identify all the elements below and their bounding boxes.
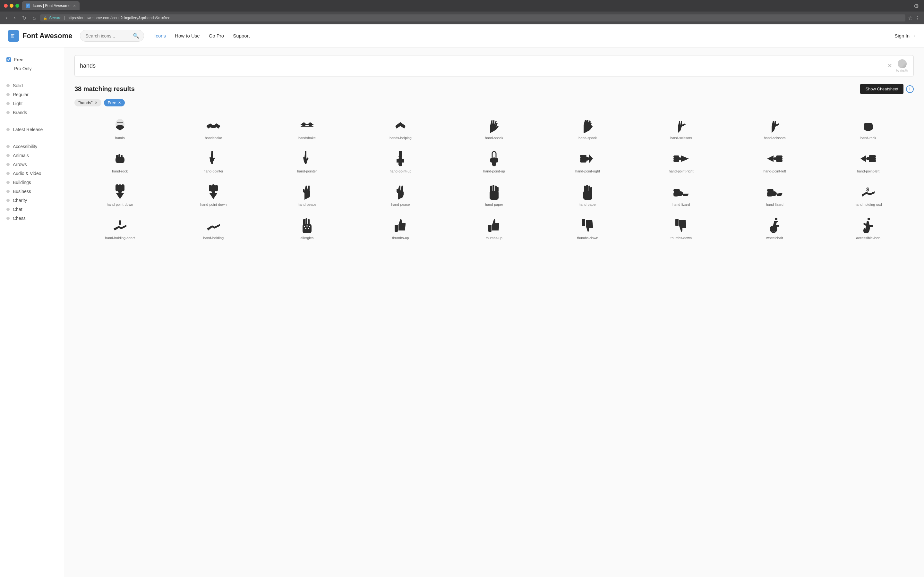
icon-hand-lizard-1[interactable]: hand-lizard — [636, 179, 727, 210]
icon-thumbs-down-2[interactable]: thumbs-down — [636, 213, 727, 243]
icon-hand-spock-1[interactable]: hand-spock — [449, 113, 540, 143]
sidebar-item-free[interactable]: Free — [0, 55, 64, 64]
icon-hand-point-down-1[interactable]: hand-point-down — [74, 179, 166, 210]
address-bar[interactable]: 🔒 Secure | https://fontawesome.com/icons… — [40, 15, 905, 21]
free-checkbox[interactable] — [6, 57, 11, 62]
nav-icons[interactable]: Icons — [154, 33, 166, 39]
icon-hand-rock-2[interactable]: hand-rock — [74, 146, 166, 177]
icon-thumbs-down-1-label: thumbs-down — [577, 236, 598, 240]
svg-rect-48 — [767, 194, 772, 197]
sidebar-item-accessibility[interactable]: Accessibility — [0, 142, 64, 151]
tag-hands-remove[interactable]: ✕ — [95, 101, 97, 105]
sidebar-item-pro-only[interactable]: Pro Only — [0, 64, 64, 73]
minimize-dot[interactable] — [10, 4, 13, 8]
tag-free-label: Free — [108, 100, 116, 105]
icon-thumbs-up-2[interactable]: thumbs-up — [449, 213, 540, 243]
tab-close-button[interactable]: ✕ — [73, 4, 76, 8]
icon-accessible-icon-label: accessible-icon — [856, 236, 880, 240]
sidebar-item-brands[interactable]: Brands — [0, 108, 64, 117]
icon-allergies[interactable]: allergies — [262, 213, 352, 243]
sidebar-item-animals[interactable]: Animals — [0, 151, 64, 160]
icon-hand-pointer-1[interactable]: hand-pointer — [168, 146, 259, 177]
icon-hand-paper-2-label: hand-paper — [578, 203, 596, 206]
main-content: Free Pro Only Solid Regular — [0, 47, 924, 577]
bookmark-button[interactable]: ☆ — [908, 15, 913, 21]
icon-hand-point-right-1[interactable]: hand-point-right — [542, 146, 633, 177]
icon-hand-holding[interactable]: hand-holding — [168, 213, 259, 243]
svg-rect-35 — [493, 185, 494, 192]
nav-how-to-use[interactable]: How to Use — [175, 33, 200, 39]
icon-hand-spock-2[interactable]: hand-spock — [542, 113, 633, 143]
sign-in-icon: → — [911, 33, 916, 39]
light-label: Light — [13, 101, 23, 106]
header-search-button[interactable]: 🔍 — [133, 33, 139, 39]
icon-hand-paper-1-label: hand-paper — [485, 203, 503, 206]
icon-wheelchair[interactable]: wheelchair — [729, 213, 821, 243]
sidebar-item-regular[interactable]: Regular — [0, 90, 64, 99]
close-dot[interactable] — [4, 4, 8, 8]
back-button[interactable]: ‹ — [4, 15, 9, 21]
refresh-button[interactable]: ↻ — [20, 15, 28, 22]
icon-thumbs-up-1[interactable]: thumbs-up — [355, 213, 446, 243]
content-search-clear[interactable]: ✕ — [887, 62, 892, 69]
icon-hand-point-down-2[interactable]: hand-point-down — [168, 179, 259, 210]
icon-accessible-icon[interactable]: accessible-icon — [822, 213, 914, 243]
home-button[interactable]: ⌂ — [31, 15, 38, 21]
sidebar-item-arrows[interactable]: Arrows — [0, 160, 64, 169]
icon-hand-point-down-2-label: hand-point-down — [200, 203, 226, 206]
logo[interactable]: Font Awesome — [8, 30, 72, 42]
icon-hands[interactable]: hands — [74, 113, 166, 143]
show-cheatsheet-button[interactable]: Show Cheatsheet — [860, 84, 903, 94]
filter-tag-hands[interactable]: "hands" ✕ — [74, 99, 102, 106]
icon-hand-peace-2[interactable]: hand-peace — [355, 179, 446, 210]
header-search[interactable]: 🔍 — [80, 30, 144, 42]
sidebar-item-charity[interactable]: Charity — [0, 196, 64, 205]
sidebar-item-chess[interactable]: Chess — [0, 214, 64, 223]
app-header: Font Awesome 🔍 Icons How to Use Go Pro S… — [0, 24, 924, 47]
icon-hand-point-right-2[interactable]: hand-point-right — [636, 146, 727, 177]
header-search-input[interactable] — [86, 33, 130, 39]
filter-tag-free[interactable]: Free ✕ — [104, 99, 125, 106]
tag-free-remove[interactable]: ✕ — [118, 101, 121, 105]
content-search-bar[interactable]: ✕ by algolia — [74, 55, 914, 76]
sidebar-item-audio-video[interactable]: Audio & Video — [0, 169, 64, 178]
icon-thumbs-down-1[interactable]: thumbs-down — [542, 213, 633, 243]
business-radio — [6, 190, 10, 193]
content-search-input[interactable] — [80, 63, 887, 69]
sign-in-button[interactable]: Sign In → — [895, 33, 916, 39]
svg-rect-36 — [495, 185, 497, 192]
forward-button[interactable]: › — [12, 15, 17, 21]
sidebar-item-solid[interactable]: Solid — [0, 81, 64, 90]
icon-handshake-1[interactable]: handshake — [168, 113, 259, 143]
sidebar-divider-2 — [5, 121, 59, 121]
icon-hand-point-left-1[interactable]: hand-point-left — [729, 146, 821, 177]
icon-hand-paper-2[interactable]: hand-paper — [542, 179, 633, 210]
sidebar-item-light[interactable]: Light — [0, 99, 64, 108]
nav-go-pro[interactable]: Go Pro — [209, 33, 224, 39]
icon-hand-paper-1[interactable]: hand-paper — [449, 179, 540, 210]
icon-hand-holding-usd[interactable]: $ hand-holding-usd — [822, 179, 914, 210]
icon-hand-point-left-2[interactable]: hand-point-left — [822, 146, 914, 177]
icon-hand-rock-1[interactable]: hand-rock — [822, 113, 914, 143]
info-icon[interactable]: i — [906, 85, 914, 93]
icon-hand-scissors-1[interactable]: hand-scissors — [636, 113, 727, 143]
sidebar-item-chat[interactable]: Chat — [0, 205, 64, 214]
icon-hand-scissors-2[interactable]: hand-scissors — [729, 113, 821, 143]
icon-hand-peace-1[interactable]: hand-peace — [262, 179, 352, 210]
icon-hand-holding-heart[interactable]: hand-holding-heart — [74, 213, 166, 243]
address-url: https://fontawesome.com/icons?d=gallery&… — [67, 16, 170, 20]
icon-handshake-2[interactable]: handshake — [262, 113, 352, 143]
nav-support[interactable]: Support — [233, 33, 250, 39]
sidebar-item-business[interactable]: Business — [0, 187, 64, 196]
browser-tab[interactable]: f Icons | Font Awesome ✕ — [22, 1, 79, 10]
icon-hands-helping[interactable]: hands-helping — [355, 113, 446, 143]
maximize-dot[interactable] — [15, 4, 19, 8]
svg-rect-34 — [490, 185, 492, 192]
icon-hand-pointer-2[interactable]: hand-pointer — [262, 146, 352, 177]
sidebar-item-latest-release[interactable]: Latest Release — [0, 125, 64, 134]
icon-hand-point-up-2[interactable]: hand-point-up — [449, 146, 540, 177]
menu-button[interactable]: ⋮ — [915, 15, 920, 21]
icon-hand-lizard-2[interactable]: hand-lizard — [729, 179, 821, 210]
sidebar-item-buildings[interactable]: Buildings — [0, 178, 64, 187]
icon-hand-point-up-1[interactable]: hand-point-up — [355, 146, 446, 177]
